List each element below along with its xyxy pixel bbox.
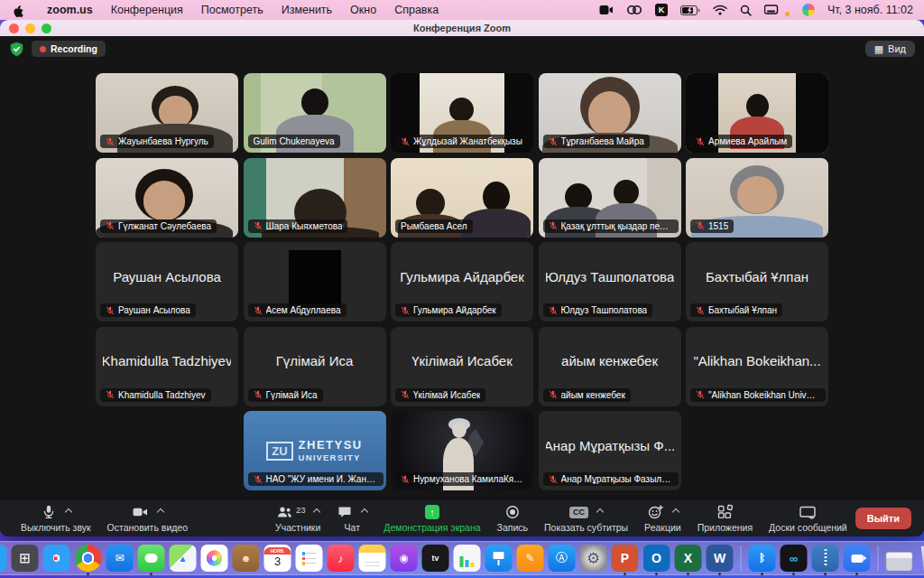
dock-item-appstore[interactable]: Ⓐ bbox=[549, 545, 576, 572]
display-status-icon[interactable] bbox=[764, 3, 781, 17]
chevron-up-icon[interactable] bbox=[157, 508, 164, 516]
dock-item-maps[interactable]: ▲ bbox=[170, 545, 197, 572]
apple-menu-icon[interactable] bbox=[11, 3, 25, 17]
menu-item-2[interactable]: Изменить bbox=[273, 4, 341, 16]
dock-item-music[interactable]: ♪ bbox=[328, 545, 355, 572]
participant-tile[interactable]: Жауынбаева Нургуль bbox=[96, 73, 238, 153]
recording-indicator[interactable]: Recording bbox=[32, 41, 106, 57]
dock-item-messages[interactable] bbox=[138, 545, 165, 572]
participant-tile[interactable]: Асем Абдуллаева bbox=[244, 242, 386, 322]
battery-icon[interactable] bbox=[680, 3, 700, 17]
toolbar-mute-button[interactable]: Выключить звук bbox=[21, 504, 91, 533]
participant-tile[interactable]: Тұрғанбаева Майра bbox=[539, 73, 681, 153]
dock-item-numbers[interactable] bbox=[454, 545, 481, 572]
participant-tile[interactable]: Бахтыбай ҰлпанБахтыбай Ұлпан bbox=[686, 242, 828, 322]
dock-item-capture-app[interactable]: ∞ bbox=[781, 545, 808, 572]
leave-meeting-button[interactable]: Выйти bbox=[855, 508, 911, 529]
dock-item-archiver[interactable] bbox=[812, 545, 839, 572]
dock-item-pages[interactable]: ✎ bbox=[517, 545, 544, 572]
dock-item-reminders[interactable] bbox=[296, 545, 323, 572]
toolbar-apps-button[interactable]: Приложения bbox=[698, 504, 753, 533]
toolbar-whiteboards-button[interactable]: Доски сообщений bbox=[769, 504, 847, 533]
participant-tile[interactable]: Раушан АсыловаРаушан Асылова bbox=[96, 242, 238, 322]
menu-zoom-us[interactable]: zoom.us bbox=[38, 4, 102, 16]
participant-name-label: Анар Мұратқызы Фазылжан bbox=[543, 472, 679, 486]
security-shield-icon[interactable] bbox=[9, 42, 24, 57]
dock-item-word[interactable]: W bbox=[707, 545, 734, 572]
toolbar-record-button[interactable]: Запись bbox=[497, 504, 528, 533]
dock-item-excel[interactable]: X bbox=[675, 545, 702, 572]
view-button-label: Вид bbox=[888, 43, 906, 54]
participant-tile[interactable]: Гүлжанат Сәулебаева bbox=[96, 158, 238, 238]
dock-item-keynote[interactable] bbox=[485, 545, 513, 572]
participant-tile[interactable]: "Alikhan Bokeikhan..."Alikhan Bokeikhan … bbox=[686, 327, 828, 406]
participant-tile[interactable]: Юлдуз ТашполатоваЮлдуз Ташполатова bbox=[539, 242, 681, 322]
dock-item-settings[interactable]: ⚙ bbox=[580, 545, 607, 572]
toolbar-captions-button[interactable]: CCПоказать субтитры bbox=[544, 504, 628, 533]
toolbar-label: Приложения bbox=[698, 522, 753, 533]
menu-item-1[interactable]: Посмотреть bbox=[192, 4, 273, 16]
chevron-up-icon[interactable] bbox=[596, 508, 604, 516]
dock-item-safari[interactable]: ✦ bbox=[43, 545, 70, 572]
menu-bar-status-area: K Чт, 3 нояб. 11:02 bbox=[599, 3, 913, 17]
toolbar-reactions-button[interactable]: Реакции bbox=[644, 504, 681, 533]
menu-item-3[interactable]: Окно bbox=[341, 4, 385, 16]
participant-tile[interactable]: айым кенжебекайым кенжебек bbox=[539, 327, 681, 406]
participant-tile[interactable]: Рымбаева Асел bbox=[391, 158, 533, 238]
toolbar-video-button[interactable]: Остановить видео bbox=[107, 504, 188, 533]
participant-tile[interactable]: Қазақ ұлттық қыздар педагоги... bbox=[539, 158, 681, 238]
dock-item-podcasts[interactable]: ◉ bbox=[391, 545, 418, 572]
chevron-up-icon[interactable] bbox=[313, 508, 320, 516]
person-silhouette bbox=[614, 180, 639, 205]
participant-tile[interactable]: 1515 bbox=[686, 158, 828, 238]
k-app-icon[interactable]: K bbox=[655, 4, 668, 16]
toolbar-chat-button[interactable]: Чат bbox=[337, 504, 367, 533]
chevron-up-icon[interactable] bbox=[361, 508, 368, 516]
view-button[interactable]: ▦ Вид bbox=[865, 41, 915, 57]
dock-item-outlook[interactable]: O bbox=[643, 545, 670, 572]
muted-mic-icon bbox=[401, 306, 410, 315]
search-icon[interactable] bbox=[740, 3, 752, 17]
dock-item-mail[interactable]: ✉ bbox=[106, 545, 134, 572]
dock-item-trash[interactable] bbox=[918, 545, 924, 572]
circles-icon[interactable] bbox=[626, 3, 642, 17]
participant-tile[interactable]: Khamidulla TadzhiyevKhamidulla Tadzhiyev bbox=[96, 327, 238, 406]
share-screen-icon: ↑ bbox=[425, 505, 439, 519]
muted-mic-icon bbox=[696, 137, 705, 146]
dock-item-launchpad[interactable]: ⊞ bbox=[12, 545, 39, 572]
toolbar-participants-button[interactable]: 23Участники bbox=[275, 504, 320, 533]
menu-item-0[interactable]: Конференция bbox=[102, 4, 192, 16]
dock-item-appletv[interactable]: tv bbox=[422, 545, 449, 572]
participant-tile[interactable]: Гульмира АйдарбекГульмира Айдарбек bbox=[391, 242, 533, 322]
menu-bar-clock[interactable]: Чт, 3 нояб. 11:02 bbox=[827, 4, 913, 16]
menu-item-4[interactable]: Справка bbox=[385, 4, 448, 16]
chevron-up-icon[interactable] bbox=[65, 508, 72, 516]
dock-item-bluetooth[interactable]: ᛒ bbox=[749, 545, 776, 572]
participant-name-label: 1515 bbox=[690, 219, 734, 233]
window-title-bar: Конференция Zoom bbox=[0, 20, 924, 36]
toolbar-share-button[interactable]: ↑Демонстрация экрана bbox=[383, 504, 480, 533]
wifi-icon[interactable] bbox=[713, 3, 727, 17]
color-circle-icon[interactable] bbox=[802, 4, 815, 16]
dock-item-powerpoint[interactable]: P bbox=[612, 545, 639, 572]
dock-item-finder[interactable]: ☻ bbox=[0, 545, 7, 572]
dock-item-zoom-app[interactable] bbox=[844, 545, 871, 572]
participant-tile[interactable]: Анар Мұратқызы Ф...Анар Мұратқызы Фазылж… bbox=[539, 411, 681, 490]
participant-tile[interactable]: Гүлімай ИсаГүлімай Иса bbox=[244, 327, 386, 406]
participant-tile[interactable]: Жұлдызай Жанатбекқызы bbox=[391, 73, 533, 153]
participant-tile[interactable]: Үкілімай ИсабекҮкілімай Исабек bbox=[391, 327, 533, 406]
participant-tile[interactable]: Армиева Арайлым bbox=[686, 73, 828, 153]
chevron-up-icon[interactable] bbox=[672, 508, 679, 516]
dock-item-minimized-window[interactable] bbox=[886, 552, 913, 571]
participant-tile[interactable]: Шара Кыяхметова bbox=[244, 158, 386, 238]
dock-item-photos[interactable] bbox=[201, 545, 228, 572]
dock-item-chrome[interactable] bbox=[75, 545, 102, 572]
participant-tile[interactable]: Нурмуханова КамилаКял-19-3 bbox=[391, 411, 533, 490]
participant-tile[interactable]: Gulim Chukenayeva bbox=[244, 73, 386, 153]
dock-item-calendar[interactable]: НОЯБ.3 bbox=[264, 545, 291, 572]
dock-item-contacts[interactable]: ☻ bbox=[233, 545, 260, 572]
participant-tile[interactable]: ZUZHETYSUUNIVERSITYНАО "ЖУ имени И. Жанс… bbox=[244, 411, 386, 490]
video-status-icon[interactable] bbox=[599, 3, 614, 17]
person-silhouette bbox=[483, 182, 510, 212]
dock-item-notes[interactable] bbox=[359, 545, 386, 572]
